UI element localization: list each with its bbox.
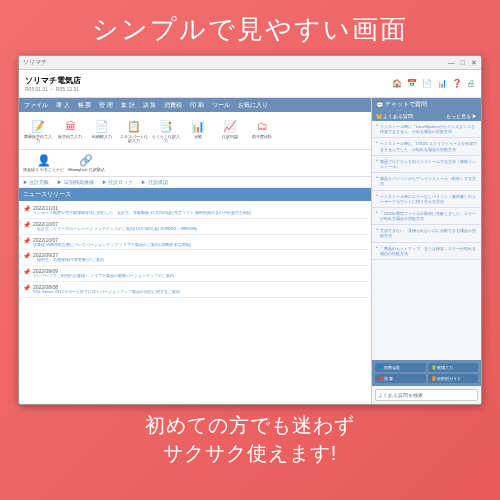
minimize-icon[interactable]: — xyxy=(448,59,455,67)
sidebar-button[interactable]: 📘 初期설定 xyxy=(375,363,426,372)
row2-label: MoneyLink 仕訳取込 xyxy=(68,167,104,172)
row2-icon: 🔗 xyxy=(79,154,93,167)
ribbon-icon: 🗂 xyxy=(254,118,270,134)
news-item[interactable]: 📌2022/11/01インボイス制度や電子帳簿保存法に対応した「会計王」等最新版… xyxy=(21,203,369,219)
faq-item[interactable]: 売掛できない、見積もれないのに元帳できる場合の対処方法 xyxy=(372,225,481,242)
menu-item[interactable]: 帳 票 xyxy=(75,100,95,111)
calendar-icon[interactable]: 📅 xyxy=(407,79,417,88)
maximize-icon[interactable]: □ xyxy=(461,59,465,67)
ribbon-label: エキスパート仕訳入力 xyxy=(119,135,149,143)
titlebar: ソリマチ — □ ✕ xyxy=(19,56,481,70)
toolbar-icons: 🏠 📅 📄 📊 ❓ 🖨 xyxy=(392,79,475,88)
quick-links: ▶ 合計元帳▶ 日別残高推移▶ 仕訳ロック▶ 仕訳承認 xyxy=(19,177,371,188)
ribbon-item[interactable]: 📄出納帳入力 xyxy=(87,118,117,143)
quick-link[interactable]: ▶ 合計元帳 xyxy=(23,179,49,185)
ribbon-label: 出納帳入力 xyxy=(92,135,112,139)
chat-header[interactable]: 💬 チャットで質問 xyxy=(372,98,481,111)
ribbon-item[interactable]: 🗂前年度比較 xyxy=(247,118,277,143)
row2-item[interactable]: 🔗MoneyLink 仕訳取込 xyxy=(68,154,104,172)
news-title: 決算後 消費税申告書についてバージョンアップ ソリマチ製品のご案内(消費税 申告… xyxy=(33,243,367,248)
ribbon-icon: 📄 xyxy=(94,118,110,134)
faq-item[interactable]: インストール時のエラーなしバリコン（管理者）のユーザーアカウントに切り替える方法 xyxy=(372,191,481,208)
sidebar-button[interactable]: 📗 帳簿入力 xyxy=(428,363,479,372)
news-header: ニュースリリース xyxy=(19,188,371,201)
help-icon[interactable]: ❓ xyxy=(452,79,462,88)
ribbon-item[interactable]: 📊元帳 xyxy=(183,118,213,143)
news-title: 「会計王」シリーズホームページ メンテナンスのご案内(10月14日(金) 19時… xyxy=(33,227,367,232)
ribbon-row2: 👤資金繰り やることナビ🔗MoneyLink 仕訳取込 xyxy=(19,150,371,177)
pin-icon: 📌 xyxy=(23,252,30,263)
ribbon-label: 前年度比較 xyxy=(252,135,272,139)
ribbon: 📝簡易振替伝票入力🏛振替伝票入力📄出納帳入力📋エキスパート仕訳入力📑らくらく仕訳… xyxy=(19,112,371,150)
quick-link[interactable]: ▶ 仕訳ロック xyxy=(102,179,133,185)
sidebar-button[interactable]: 📕 決 算 xyxy=(375,374,426,383)
app-header: ソリマチ電気店 R05.01.01 ～ R05.12.31 🏠 📅 📄 📊 ❓ … xyxy=(19,70,481,98)
quick-link[interactable]: ▶ 仕訳承認 xyxy=(141,179,167,185)
menu-item[interactable]: ツール xyxy=(209,100,233,111)
news-title: インボイス制度や電子帳簿保存法に対応した「会計王」等最新版 11月25日(金)発… xyxy=(33,211,367,216)
faq-item[interactable]: 製品プログラムを再インストールする方法（修復インストール） xyxy=(372,156,481,173)
print-icon[interactable]: 🖨 xyxy=(467,79,475,88)
news-item[interactable]: 📌2022/09/09テレワークでご利用のお客様へ ソリマチ製品の最新バージョン… xyxy=(21,266,369,282)
pin-icon: 📌 xyxy=(23,237,30,248)
home-icon[interactable]: 🏠 xyxy=(392,79,402,88)
faq-item[interactable]: 「10205:環境ファイルの取得に失敗しました」エラーが現れる場合の対処方法 xyxy=(372,208,481,225)
ribbon-item[interactable]: 🏛振替伝票入力 xyxy=(55,118,85,143)
headline: シンプルで見やすい画面 xyxy=(92,12,408,47)
store-period: R05.01.01 ～ R05.12.31 xyxy=(25,86,81,92)
pin-icon: 📌 xyxy=(23,221,30,232)
news-item[interactable]: 📌2022/10/07決算後 消費税申告書についてバージョンアップ ソリマチ製品… xyxy=(21,235,369,251)
faq-item[interactable]: 「商品のセットアップ、または保存」エラーが現れる場合の対処方法 xyxy=(372,243,481,260)
ribbon-icon: 📊 xyxy=(190,118,206,134)
news-item[interactable]: 📌2022/10/07「会計王」シリーズホームページ メンテナンスのご案内(10… xyxy=(21,219,369,235)
pin-icon: 📌 xyxy=(23,205,30,216)
quick-link[interactable]: ▶ 日別残高推移 xyxy=(57,179,93,185)
titlebar-title: ソリマチ xyxy=(23,58,47,67)
ribbon-item[interactable]: 📋エキスパート仕訳入力 xyxy=(119,118,149,143)
ribbon-label: らくらく仕訳入力 xyxy=(151,135,181,143)
chart-icon[interactable]: 📊 xyxy=(437,79,447,88)
menu-item[interactable]: お気に入り xyxy=(235,100,271,111)
ribbon-icon: 📝 xyxy=(30,118,46,134)
row2-item[interactable]: 👤資金繰り やることナビ xyxy=(23,154,64,172)
ribbon-icon: 📑 xyxy=(158,118,174,134)
faq-item[interactable]: インストール時に「LOL01:スクリプトベースを作成できませんでした」が現れる場… xyxy=(372,138,481,155)
menu-item[interactable]: ファイル xyxy=(21,100,51,111)
pin-icon: 📌 xyxy=(23,284,30,295)
faq-more-link[interactable]: もっと見る ▶ xyxy=(446,113,477,119)
menu-item[interactable]: 管 理 xyxy=(96,100,116,111)
search-input[interactable] xyxy=(375,389,478,401)
menu-item[interactable]: 消費税 xyxy=(161,100,185,111)
ribbon-item[interactable]: 📈仕訳日誌 xyxy=(215,118,245,143)
news-item[interactable]: 📌2022/09/27「給料王」労働保険(年度更新)のご案内 xyxy=(21,250,369,266)
menu-item[interactable]: 集 計 xyxy=(118,100,138,111)
news-title: 「給料王」労働保険(年度更新)のご案内 xyxy=(33,258,367,263)
ribbon-label: 振替伝票入力 xyxy=(58,135,82,139)
faq-item[interactable]: インストール時に「LocalSystemからインスタンスを作成できません」が出る… xyxy=(372,121,481,138)
menubar: ファイル導 入帳 票管 理集 計決 算消費税印 刷ツールお気に入り xyxy=(19,98,371,112)
menu-item[interactable]: 印 刷 xyxy=(187,100,207,111)
ribbon-icon: 🏛 xyxy=(62,118,78,134)
faq-header: 👑 よくある質問 もっと見る ▶ xyxy=(372,111,481,121)
faq-item[interactable]: 製品をパソコンからアンインストール（削除）する方法 xyxy=(372,173,481,190)
ribbon-label: 元帳 xyxy=(194,135,202,139)
menu-item[interactable]: 決 算 xyxy=(140,100,160,111)
news-title: SQL Server 2012サポート終了に伴うバージョンアップ製品の対応に関す… xyxy=(33,290,367,295)
main-panel: ファイル導 入帳 票管 理集 計決 算消費税印 刷ツールお気に入り 📝簡易振替伝… xyxy=(19,98,371,404)
doc-icon[interactable]: 📄 xyxy=(422,79,432,88)
ribbon-icon: 📈 xyxy=(222,118,238,134)
window-controls: — □ ✕ xyxy=(448,59,477,67)
ribbon-item[interactable]: 📝簡易振替伝票入力 xyxy=(23,118,53,143)
close-icon[interactable]: ✕ xyxy=(471,59,477,67)
sidebar-buttons: 📘 初期설定📗 帳簿入力📕 決 算📙 目的別ガイド xyxy=(372,360,481,386)
menu-item[interactable]: 導 入 xyxy=(53,100,73,111)
store-name: ソリマチ電気店 xyxy=(25,75,81,86)
news-item[interactable]: 📌2022/08/08SQL Server 2012サポート終了に伴うバージョン… xyxy=(21,282,369,298)
row2-icon: 👤 xyxy=(37,154,51,167)
news-title: テレワークでご利用のお客様へ ソリマチ製品の最新バージョンアップのご案内 xyxy=(33,274,367,279)
tagline: 初めての方でも迷わず サクサク使えます! xyxy=(145,411,355,467)
faq-list: インストール時に「LocalSystemからインスタンスを作成できません」が出る… xyxy=(372,121,481,360)
app-window: ソリマチ — □ ✕ ソリマチ電気店 R05.01.01 ～ R05.12.31… xyxy=(18,55,482,405)
ribbon-item[interactable]: 📑らくらく仕訳入力 xyxy=(151,118,181,143)
sidebar-button[interactable]: 📙 目的別ガイド xyxy=(428,374,479,383)
